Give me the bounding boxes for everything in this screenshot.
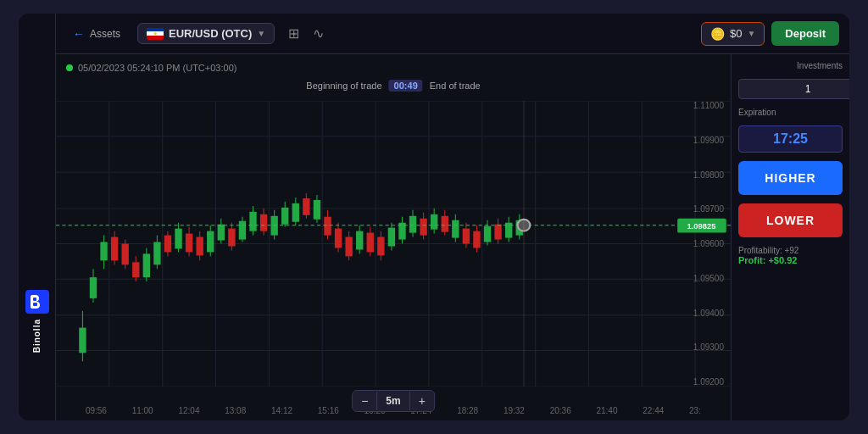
svg-rect-75 <box>345 237 352 257</box>
coin-icon: 🪙 <box>710 27 725 41</box>
svg-rect-33 <box>122 244 129 265</box>
chart-icons: ⊞ ∿ <box>285 22 327 45</box>
svg-rect-41 <box>164 236 171 253</box>
svg-rect-91 <box>431 214 437 230</box>
right-panel: Investments $ Expiration 17:25 HIGHER LO… <box>731 54 849 420</box>
svg-rect-37 <box>143 253 150 277</box>
svg-rect-97 <box>463 229 470 244</box>
svg-rect-83 <box>388 228 395 247</box>
x-time-4: 13:08 <box>225 406 246 415</box>
svg-rect-65 <box>292 203 299 222</box>
svg-rect-77 <box>356 231 363 250</box>
svg-rect-79 <box>367 233 374 253</box>
top-bar-left: ← Assets ★ EUR/USD (OTC) ▼ ⊞ <box>66 22 327 45</box>
expiration-value: 17:25 <box>738 125 843 153</box>
svg-rect-45 <box>186 234 192 253</box>
arrow-left-icon: ← <box>73 27 85 41</box>
dropdown-icon: ▼ <box>257 29 265 38</box>
svg-rect-31 <box>111 237 118 261</box>
svg-rect-59 <box>260 214 267 231</box>
svg-rect-101 <box>484 226 491 242</box>
svg-rect-2 <box>33 303 37 306</box>
svg-rect-73 <box>335 229 342 248</box>
x-time-2: 11:00 <box>132 406 153 415</box>
investments-label: Investments <box>738 61 843 70</box>
deposit-button[interactable]: Deposit <box>771 21 839 46</box>
candlestick-chart: 1.09825 <box>56 101 731 387</box>
svg-rect-1 <box>33 298 36 301</box>
x-time-3: 12:04 <box>178 406 199 415</box>
balance-button[interactable]: 🪙 $0 ▼ <box>701 22 765 46</box>
profit-value: Profit: +$0.92 <box>738 255 843 265</box>
svg-rect-71 <box>324 217 331 236</box>
app-container: Binolla ← Assets ★ E <box>19 14 849 420</box>
candlestick-icon[interactable]: ⊞ <box>285 22 303 45</box>
balance-dropdown-icon: ▼ <box>747 29 755 38</box>
svg-rect-47 <box>196 237 203 256</box>
x-time-13: 22:44 <box>643 406 664 415</box>
timestamp-text: 05/02/2023 05:24:10 PM (UTC+03:00) <box>78 63 236 73</box>
profitability-info: Profitability: +92 Profit: +$0.92 <box>738 246 843 265</box>
svg-rect-39 <box>153 242 160 265</box>
svg-rect-51 <box>218 225 225 241</box>
svg-rect-61 <box>270 216 277 236</box>
x-time-5: 14:12 <box>271 406 292 415</box>
svg-rect-81 <box>377 237 384 256</box>
zoom-level: 5m <box>376 392 409 410</box>
chart-timestamp: 05/02/2023 05:24:10 PM (UTC+03:00) <box>66 63 236 73</box>
svg-rect-49 <box>207 231 214 253</box>
expiration-label: Expiration <box>738 108 843 117</box>
status-dot <box>66 64 73 71</box>
x-time-6: 15:16 <box>318 406 339 415</box>
beginning-label: Beginning of trade <box>306 81 381 91</box>
svg-rect-43 <box>175 229 181 249</box>
svg-rect-35 <box>132 262 139 277</box>
assets-button[interactable]: ← Assets <box>66 24 127 44</box>
chart-container: 05/02/2023 05:24:10 PM (UTC+03:00) Begin… <box>56 54 731 420</box>
assets-label: Assets <box>90 28 120 40</box>
investment-row: $ <box>738 79 843 99</box>
svg-rect-27 <box>90 277 97 298</box>
x-time-9: 18:28 <box>457 406 478 415</box>
flag-icon: ★ <box>147 28 164 40</box>
svg-rect-103 <box>494 225 501 240</box>
svg-rect-87 <box>409 216 416 233</box>
chart-area: 1.09825 <box>56 101 731 387</box>
sidebar: Binolla <box>19 14 56 420</box>
lower-button[interactable]: LOWER <box>738 203 843 237</box>
higher-button[interactable]: HIGHER <box>738 161 843 195</box>
end-label: End of trade <box>430 81 481 91</box>
svg-rect-57 <box>249 212 256 231</box>
profitability-label: Profitability: +92 <box>738 246 843 255</box>
svg-rect-25 <box>79 328 86 353</box>
binolla-icon <box>25 290 49 314</box>
currency-selector[interactable]: ★ EUR/USD (OTC) ▼ <box>137 23 275 44</box>
top-bar: ← Assets ★ EUR/USD (OTC) ▼ ⊞ <box>56 14 849 54</box>
logo-text: Binolla <box>32 319 42 353</box>
svg-rect-29 <box>100 242 107 261</box>
currency-pair: EUR/USD (OTC) <box>169 27 252 40</box>
zoom-out-button[interactable]: − <box>353 391 376 411</box>
svg-rect-99 <box>473 231 480 248</box>
trade-timer: 00:49 <box>389 80 423 92</box>
svg-rect-93 <box>442 216 448 232</box>
svg-rect-53 <box>228 229 235 247</box>
x-time-11: 20:36 <box>550 406 571 415</box>
svg-text:1.09825: 1.09825 <box>687 222 715 231</box>
investment-input[interactable] <box>738 79 849 99</box>
zoom-controls: − 5m + <box>352 390 435 412</box>
balance-value: $0 <box>730 27 742 40</box>
indicators-icon[interactable]: ∿ <box>309 22 327 45</box>
x-time-1: 09:56 <box>86 406 107 415</box>
chart-section: 05/02/2023 05:24:10 PM (UTC+03:00) Begin… <box>56 54 849 420</box>
x-time-10: 19:32 <box>504 406 525 415</box>
svg-rect-67 <box>303 198 309 215</box>
sidebar-logo: Binolla <box>19 290 55 353</box>
svg-rect-55 <box>239 221 246 240</box>
top-bar-right: 🪙 $0 ▼ Deposit <box>701 21 839 46</box>
zoom-in-button[interactable]: + <box>410 391 434 411</box>
trade-label: Beginning of trade 00:49 End of trade <box>306 80 480 92</box>
svg-rect-69 <box>314 200 320 220</box>
svg-rect-63 <box>281 208 288 225</box>
x-time-12: 21:40 <box>596 406 617 415</box>
